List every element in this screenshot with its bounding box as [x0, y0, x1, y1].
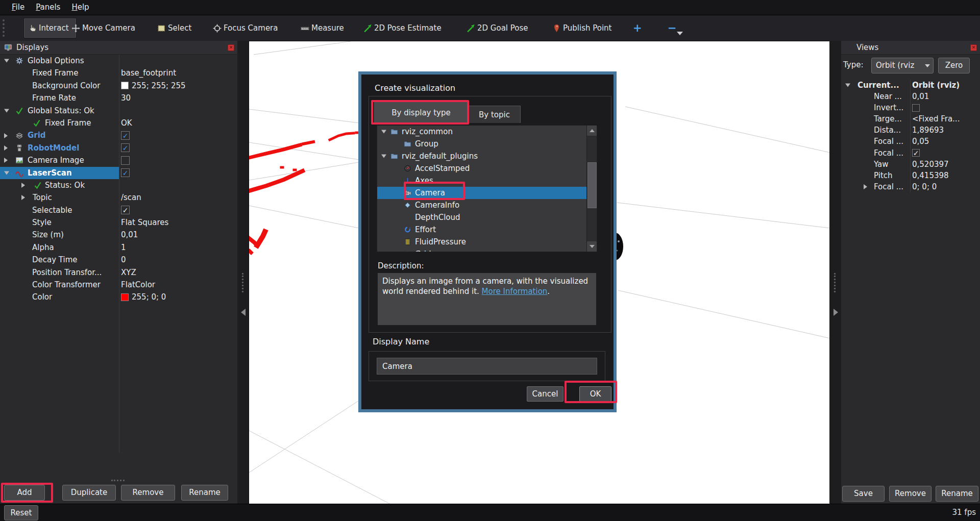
- chevron-expanded-icon[interactable]: [4, 171, 9, 175]
- views-tree-row[interactable]: Dista...1,89693: [841, 125, 980, 136]
- views-tree-row[interactable]: Targe...<Fixed Fra...: [841, 113, 980, 125]
- scrollbar-thumb[interactable]: [587, 162, 597, 208]
- chevron-collapsed-icon[interactable]: [21, 195, 25, 200]
- displays-column-separator[interactable]: [119, 55, 119, 453]
- menu-panels[interactable]: Panels: [30, 0, 66, 15]
- row-value-text: 1: [121, 241, 126, 254]
- chevron-collapsed-icon[interactable]: [21, 183, 25, 188]
- views-tree-row[interactable]: Pitch0,415398: [841, 170, 980, 181]
- add-button[interactable]: Add: [4, 485, 45, 501]
- color-swatch[interactable]: [121, 293, 129, 301]
- duplicate-button[interactable]: Duplicate: [62, 485, 116, 501]
- checkbox-checked[interactable]: ✓: [121, 131, 130, 140]
- views-tree-row[interactable]: Near ...0,01: [841, 91, 980, 102]
- tab-by-display-type[interactable]: By display type: [374, 102, 468, 123]
- row-value-cell: ✓: [121, 167, 237, 179]
- checkbox-checked[interactable]: ✓: [912, 149, 920, 157]
- views-tree-row[interactable]: Invert...: [841, 102, 980, 113]
- chevron-expanded-icon[interactable]: [381, 155, 386, 158]
- views-close-icon[interactable]: ✕: [970, 44, 977, 51]
- laser-scan-points: [250, 251, 251, 253]
- more-information-link[interactable]: More Information: [482, 287, 548, 296]
- checkbox-checked[interactable]: ✓: [121, 168, 130, 177]
- dialog-tree-item-fluidpressure[interactable]: FluidPressure: [377, 236, 587, 248]
- dialog-tree-item-rviz-default-plugins[interactable]: rviz_default_plugins: [377, 150, 587, 162]
- dialog-tree-item-accelstamped[interactable]: AccelStamped: [377, 162, 587, 175]
- tool-measure[interactable]: Measure: [301, 15, 344, 41]
- remove-button[interactable]: Remove: [121, 485, 175, 501]
- chevron-collapsed-icon[interactable]: [864, 184, 867, 189]
- scroll-down-icon[interactable]: [587, 241, 597, 252]
- dialog-tree-item-axes[interactable]: Axes: [377, 175, 587, 187]
- checkbox-unchecked[interactable]: [121, 156, 130, 165]
- views-column-separator[interactable]: [910, 80, 911, 192]
- dialog-tree-item-group[interactable]: Group: [377, 138, 587, 150]
- tool-2d-goal-pose[interactable]: 2D Goal Pose: [467, 15, 528, 41]
- checkbox-checked[interactable]: ✓: [121, 143, 130, 152]
- chevron-expanded-icon[interactable]: [4, 109, 9, 112]
- tool-remove-tool[interactable]: −: [668, 15, 677, 41]
- robot-icon: [15, 144, 23, 152]
- views-tree-row[interactable]: Focal ...✓: [841, 147, 980, 159]
- dialog-list-scrollbar[interactable]: [586, 126, 597, 252]
- chevron-collapsed-icon[interactable]: [4, 158, 8, 163]
- views-tree-row[interactable]: Focal ...0; 0; 0: [841, 181, 980, 192]
- dialog-tree-item-depthcloud[interactable]: DepthCloud: [377, 211, 587, 224]
- rename-view-button[interactable]: Rename: [936, 486, 978, 502]
- tool-move-camera[interactable]: Move Camera: [71, 15, 135, 41]
- dialog-item-label: Axes: [415, 175, 433, 187]
- accel-icon: [404, 165, 411, 172]
- zero-button[interactable]: Zero: [938, 58, 970, 73]
- toolbar-grip[interactable]: [3, 19, 5, 37]
- displays-bottom-grip[interactable]: [111, 480, 125, 481]
- checkbox-unchecked[interactable]: [912, 104, 920, 112]
- chevron-collapsed-icon[interactable]: [4, 145, 8, 151]
- displays-close-icon[interactable]: ✕: [228, 44, 234, 51]
- dialog-tree-item-camerainfo[interactable]: CameraInfo: [377, 199, 587, 211]
- dialog-tree-item-effort[interactable]: Effort: [377, 224, 587, 236]
- left-splitter[interactable]: [237, 41, 249, 504]
- row-label: Decay Time: [32, 254, 78, 266]
- cancel-button[interactable]: Cancel: [527, 386, 564, 402]
- chevron-collapsed-icon[interactable]: [4, 133, 8, 138]
- rename-button[interactable]: Rename: [181, 485, 228, 501]
- checkbox-checked[interactable]: ✓: [121, 206, 130, 214]
- chevron-expanded-icon[interactable]: [845, 84, 850, 87]
- ok-button[interactable]: OK: [579, 386, 611, 402]
- views-tree-row[interactable]: Yaw0,520397: [841, 159, 980, 170]
- row-value-cell: ✓: [121, 142, 237, 154]
- chevron-down-icon[interactable]: [677, 32, 683, 35]
- dialog-item-label: CameraInfo: [415, 199, 459, 211]
- menu-help[interactable]: Help: [66, 0, 94, 15]
- remove-view-button[interactable]: Remove: [889, 486, 932, 502]
- scroll-up-icon[interactable]: [587, 126, 597, 136]
- move-camera-icon: [71, 24, 80, 33]
- laser-scan-points: [330, 133, 354, 140]
- tool-label: Interact: [39, 23, 69, 33]
- color-swatch[interactable]: [121, 82, 129, 89]
- menu-file[interactable]: File: [6, 0, 30, 15]
- display-name-input[interactable]: [377, 358, 597, 375]
- tool-2d-pose-estimate[interactable]: 2D Pose Estimate: [363, 15, 442, 41]
- tool-focus-camera[interactable]: Focus Camera: [213, 15, 278, 41]
- reset-button[interactable]: Reset: [4, 505, 38, 520]
- right-splitter[interactable]: [829, 41, 841, 504]
- tool-publish-point[interactable]: Publish Point: [552, 15, 611, 41]
- dialog-tree-item-rviz-common[interactable]: rviz_common: [377, 126, 587, 138]
- collapse-right-icon[interactable]: [834, 309, 838, 316]
- chevron-expanded-icon[interactable]: [4, 59, 9, 63]
- views-type-dropdown[interactable]: Orbit (rviz: [871, 58, 934, 73]
- collapse-left-icon[interactable]: [241, 309, 246, 316]
- laser-scan-points: [257, 232, 265, 245]
- save-view-button[interactable]: Save: [842, 486, 885, 502]
- tool-interact[interactable]: Interact: [23, 18, 77, 38]
- tab-by-topic[interactable]: By topic: [468, 106, 521, 123]
- dialog-tree-item-grid[interactable]: Grid: [377, 248, 587, 252]
- tool-select[interactable]: Select: [157, 15, 191, 41]
- tool-add-tool[interactable]: +: [633, 15, 642, 41]
- views-tree-row[interactable]: Current...Orbit (rviz): [841, 80, 980, 91]
- chevron-expanded-icon[interactable]: [381, 130, 386, 134]
- dialog-tree-item-camera[interactable]: Camera: [377, 187, 587, 199]
- grid-line: [249, 206, 359, 228]
- views-tree-row[interactable]: Focal ...0,05: [841, 136, 980, 147]
